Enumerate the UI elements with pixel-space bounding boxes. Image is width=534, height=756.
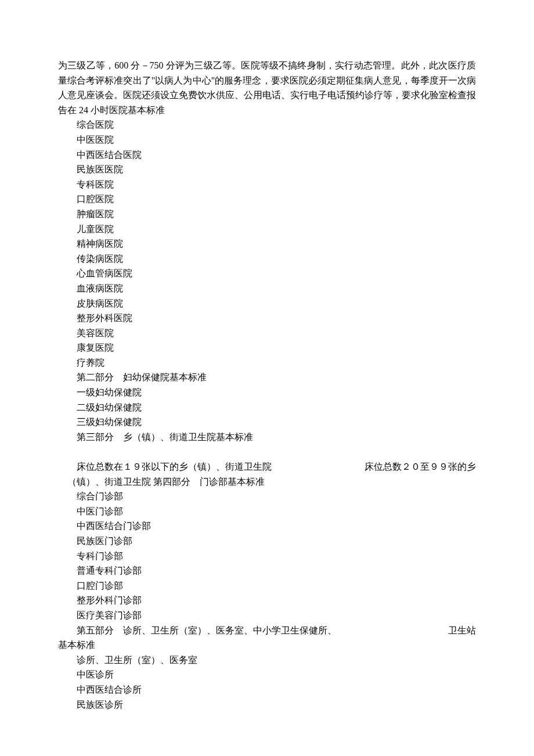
part2-item: 一级妇幼保健院 [58,385,476,400]
part5-item: 诊所、卫生所（室）、医务室 [58,653,476,668]
part4-item: 医疗美容门诊部 [58,608,476,623]
part3-item-cont: （镇）、街道卫生院 第四部分 门诊部基本标准 [58,474,476,489]
part3-row: 床位总数在１９张以下的乡（镇）、街道卫生院 床位总数２０至９９张的乡 [58,459,476,474]
part2-item: 三级妇幼保健院 [58,415,476,430]
hospital-type-item: 血液病医院 [58,281,476,296]
part5-item: 民族医诊所 [58,697,476,712]
part4-item: 普通专科门诊部 [58,563,476,578]
part4-item: 中医门诊部 [58,504,476,519]
hospital-type-item: 整形外科医院 [58,311,476,326]
hospital-type-item: 精神病医院 [58,236,476,251]
hospital-type-item: 专科医院 [58,177,476,192]
hospital-type-item: 传染病医院 [58,251,476,267]
part3-item-right: 床位总数２０至９９张的乡 [365,459,476,474]
hospital-type-item: 心血管病医院 [58,266,476,281]
part4-item: 整形外科门诊部 [58,593,476,608]
part5-left: 第五部分 诊所、卫生所（室）、医务室、中小学卫生保健所、 [58,623,337,638]
part4-item: 专科门诊部 [58,549,476,564]
part3-item-left: 床位总数在１９张以下的乡（镇）、街道卫生院 [58,459,272,474]
hospital-type-item: 疗养院 [58,355,476,370]
hospital-type-item: 儿童医院 [58,222,476,237]
hospital-type-item: 肿瘤医院 [58,207,476,222]
hospital-type-item: 民族医医院 [58,162,476,177]
hospital-type-item: 美容医院 [58,326,476,341]
blank-line [58,444,476,459]
hospital-type-item: 综合医院 [58,117,476,132]
hospital-type-item: 中西医结合医院 [58,147,476,163]
part4-item: 综合门诊部 [58,489,476,504]
part5-right: 卫生站 [448,623,476,638]
part5-row: 第五部分 诊所、卫生所（室）、医务室、中小学卫生保健所、 卫生站 [58,623,476,638]
intro-paragraph: 为三级乙等，600 分－750 分评为三级乙等。医院等级不搞终身制，实行动态管理… [58,58,476,117]
hospital-type-item: 皮肤病医院 [58,296,476,311]
part2-title: 第二部分 妇幼保健院基本标准 [58,370,476,385]
hospital-type-item: 中医医院 [58,132,476,147]
part4-item: 口腔门诊部 [58,578,476,593]
part2-item: 二级妇幼保健院 [58,400,476,415]
part3-title: 第三部分 乡（镇）、街道卫生院基本标准 [58,430,476,445]
part5-item: 中西医结合诊所 [58,682,476,697]
part4-item: 中西医结合门诊部 [58,519,476,534]
hospital-type-item: 康复医院 [58,340,476,355]
part4-item: 民族医门诊部 [58,534,476,549]
part5-cont: 基本标准 [58,638,476,653]
part5-item: 中医诊所 [58,667,476,682]
hospital-type-item: 口腔医院 [58,192,476,207]
